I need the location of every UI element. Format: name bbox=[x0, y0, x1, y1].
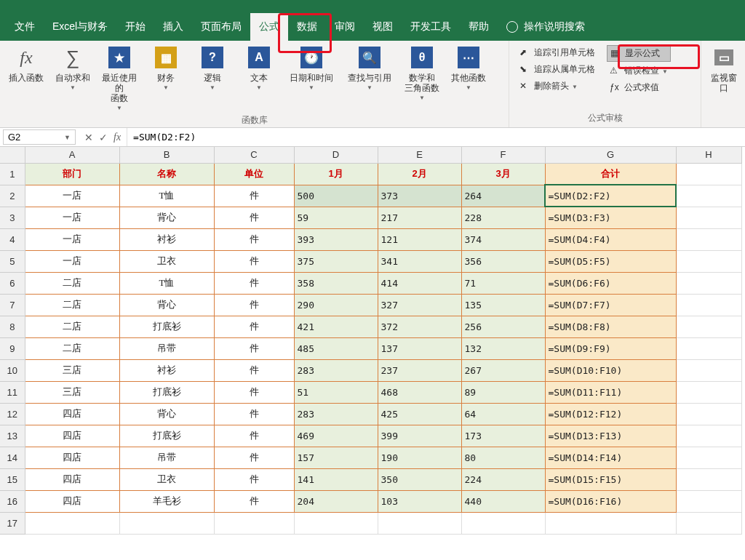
cell-A10[interactable]: 三店 bbox=[25, 359, 119, 381]
cell-D1[interactable]: 1月 bbox=[294, 163, 378, 185]
cell-B11[interactable]: 打底衫 bbox=[119, 381, 214, 403]
lookup-button[interactable]: 🔍 查找与引用 ▼ bbox=[342, 44, 397, 92]
row-header-5[interactable]: 5 bbox=[0, 250, 25, 272]
cell-E13[interactable]: 399 bbox=[378, 425, 461, 447]
cell-B7[interactable]: 背心 bbox=[119, 294, 214, 316]
cell-H4[interactable] bbox=[676, 228, 741, 250]
cell-F16[interactable]: 440 bbox=[461, 490, 545, 512]
cell-F4[interactable]: 374 bbox=[461, 228, 545, 250]
trace-dependents-button[interactable]: ⬊ 追踪从属单元格 bbox=[517, 62, 598, 77]
cell-B14[interactable]: 吊带 bbox=[119, 447, 214, 468]
cell-B16[interactable]: 羊毛衫 bbox=[119, 490, 214, 512]
cell-C16[interactable]: 件 bbox=[214, 490, 294, 512]
cell-A13[interactable]: 四店 bbox=[25, 425, 119, 447]
cell-H3[interactable] bbox=[676, 207, 741, 228]
cell-B13[interactable]: 打底衫 bbox=[119, 425, 214, 447]
cell-D13[interactable]: 469 bbox=[294, 425, 378, 447]
cell-H1[interactable] bbox=[676, 163, 741, 185]
cell-E15[interactable]: 350 bbox=[378, 468, 461, 490]
row-header-15[interactable]: 15 bbox=[0, 468, 25, 490]
name-box[interactable]: G2 ▼ bbox=[3, 129, 76, 145]
cell-F1[interactable]: 3月 bbox=[461, 163, 545, 185]
cell-D11[interactable]: 51 bbox=[294, 381, 378, 403]
trace-precedents-button[interactable]: ⬈ 追踪引用单元格 bbox=[517, 45, 598, 60]
cell-G12[interactable]: =SUM(D12:F12) bbox=[545, 403, 676, 425]
cell-B9[interactable]: 吊带 bbox=[119, 337, 214, 359]
spreadsheet-grid[interactable]: ABCDEFGH1部门名称单位1月2月3月合计2一店T恤件500373264=S… bbox=[0, 147, 745, 535]
cell-D14[interactable]: 157 bbox=[294, 447, 378, 468]
cell-C1[interactable]: 单位 bbox=[214, 163, 294, 185]
formula-input[interactable]: =SUM(D2:F2) bbox=[127, 128, 745, 146]
cell-H15[interactable] bbox=[676, 468, 741, 490]
cell-E5[interactable]: 341 bbox=[378, 250, 461, 272]
enter-icon[interactable]: ✓ bbox=[99, 132, 108, 143]
cell-F12[interactable]: 64 bbox=[461, 403, 545, 425]
cell-A9[interactable]: 二店 bbox=[25, 337, 119, 359]
cell-G7[interactable]: =SUM(D7:F7) bbox=[545, 294, 676, 316]
row-header-9[interactable]: 9 bbox=[0, 337, 25, 359]
tab-formula[interactable]: 公式 bbox=[250, 13, 288, 41]
tab-insert[interactable]: 插入 bbox=[154, 13, 192, 41]
tell-me-search[interactable]: 操作说明搜索 bbox=[506, 20, 585, 33]
cell-B5[interactable]: 卫衣 bbox=[119, 250, 214, 272]
cell-B10[interactable]: 衬衫 bbox=[119, 359, 214, 381]
cell-H16[interactable] bbox=[676, 490, 741, 512]
cell-A14[interactable]: 四店 bbox=[25, 447, 119, 468]
cell-C11[interactable]: 件 bbox=[214, 381, 294, 403]
cell-B6[interactable]: T恤 bbox=[119, 272, 214, 294]
col-header-E[interactable]: E bbox=[378, 147, 461, 163]
cell-E7[interactable]: 327 bbox=[378, 294, 461, 316]
cell-G14[interactable]: =SUM(D14:F14) bbox=[545, 447, 676, 468]
cell-H11[interactable] bbox=[676, 381, 741, 403]
cell-C5[interactable]: 件 bbox=[214, 250, 294, 272]
cell-A15[interactable]: 四店 bbox=[25, 468, 119, 490]
cell-G15[interactable]: =SUM(D15:F15) bbox=[545, 468, 676, 490]
row-header-14[interactable]: 14 bbox=[0, 447, 25, 468]
cell-H8[interactable] bbox=[676, 316, 741, 337]
other-functions-button[interactable]: ⋯ 其他函数 ▼ bbox=[447, 44, 490, 92]
cell-C3[interactable]: 件 bbox=[214, 207, 294, 228]
cell-F2[interactable]: 264 bbox=[461, 185, 545, 207]
cell-G3[interactable]: =SUM(D3:F3) bbox=[545, 207, 676, 228]
cell-A11[interactable]: 三店 bbox=[25, 381, 119, 403]
autosum-button[interactable]: ∑ 自动求和 ▼ bbox=[51, 44, 95, 92]
row-header-16[interactable]: 16 bbox=[0, 490, 25, 512]
cell-A16[interactable]: 四店 bbox=[25, 490, 119, 512]
cell-E4[interactable]: 121 bbox=[378, 228, 461, 250]
cell-G4[interactable]: =SUM(D4:F4) bbox=[545, 228, 676, 250]
cell-F10[interactable]: 267 bbox=[461, 359, 545, 381]
row-header-17[interactable]: 17 bbox=[0, 512, 25, 534]
select-all-corner[interactable] bbox=[0, 147, 25, 163]
cell-G2[interactable]: =SUM(D2:F2) bbox=[545, 185, 676, 207]
cell-A7[interactable]: 二店 bbox=[25, 294, 119, 316]
remove-arrows-button[interactable]: ✕ 删除箭头 ▼ bbox=[517, 79, 598, 94]
error-check-button[interactable]: ⚠ 错误检查 ▼ bbox=[607, 63, 671, 79]
cell-H13[interactable] bbox=[676, 425, 741, 447]
cell-B1[interactable]: 名称 bbox=[119, 163, 214, 185]
row-header-11[interactable]: 11 bbox=[0, 381, 25, 403]
col-header-F[interactable]: F bbox=[461, 147, 545, 163]
row-header-3[interactable]: 3 bbox=[0, 207, 25, 228]
cell-G17[interactable] bbox=[545, 512, 676, 534]
cell-C6[interactable]: 件 bbox=[214, 272, 294, 294]
cell-A3[interactable]: 一店 bbox=[25, 207, 119, 228]
insert-function-button[interactable]: fx 插入函数 bbox=[4, 44, 48, 84]
cell-F8[interactable]: 256 bbox=[461, 316, 545, 337]
row-header-6[interactable]: 6 bbox=[0, 272, 25, 294]
cell-C7[interactable]: 件 bbox=[214, 294, 294, 316]
row-header-8[interactable]: 8 bbox=[0, 316, 25, 337]
cell-C15[interactable]: 件 bbox=[214, 468, 294, 490]
col-header-A[interactable]: A bbox=[25, 147, 119, 163]
cell-E2[interactable]: 373 bbox=[378, 185, 461, 207]
cell-E8[interactable]: 372 bbox=[378, 316, 461, 337]
cell-F14[interactable]: 80 bbox=[461, 447, 545, 468]
cell-D9[interactable]: 485 bbox=[294, 337, 378, 359]
cell-E9[interactable]: 137 bbox=[378, 337, 461, 359]
cell-A17[interactable] bbox=[25, 512, 119, 534]
cell-D4[interactable]: 393 bbox=[294, 228, 378, 250]
cell-C2[interactable]: 件 bbox=[214, 185, 294, 207]
tab-dev[interactable]: 开发工具 bbox=[402, 13, 460, 41]
cell-E6[interactable]: 414 bbox=[378, 272, 461, 294]
col-header-B[interactable]: B bbox=[119, 147, 214, 163]
cell-C14[interactable]: 件 bbox=[214, 447, 294, 468]
